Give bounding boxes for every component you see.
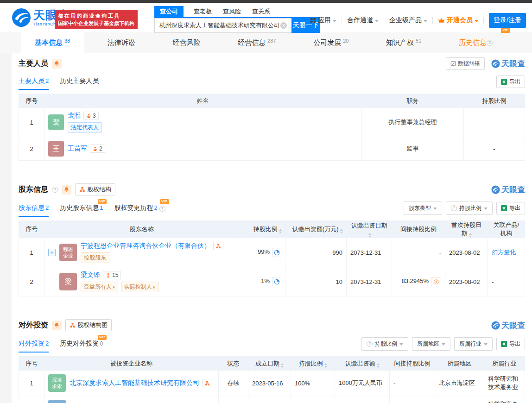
subtab-investments-current[interactable]: 对外投资2 (19, 340, 49, 353)
pie-chart-icon[interactable] (272, 277, 281, 286)
chevron-down-icon (333, 20, 336, 22)
tab-company-development[interactable]: 公司发展20 (299, 32, 362, 53)
search-tab-risk[interactable]: 查风险 (222, 6, 242, 17)
help-icon: ? (367, 341, 373, 347)
section-title-shareholders: 股东信息 (19, 185, 48, 195)
vip-badge: VIP (98, 199, 107, 204)
shareholder-link[interactable]: 梁文锋 (81, 271, 100, 279)
pie-chart-icon[interactable] (272, 248, 281, 257)
export-button[interactable]: 导出 (496, 338, 525, 350)
tab-legal-litigation[interactable]: 法律诉讼 (94, 32, 149, 53)
subtab-personnel-current[interactable]: 主要人员2 (19, 77, 49, 90)
export-button[interactable]: 导出 (496, 202, 525, 214)
search-tab-company[interactable]: 查公司 (154, 6, 184, 17)
subtab-count: 2 (154, 204, 157, 211)
search-module: 查公司 查老板 查风险 查关系 天眼一下 (154, 6, 320, 33)
equity-structure-button[interactable]: 股权结构 (75, 183, 115, 195)
beneficial-owner-tag[interactable]: 受益所有人 (81, 282, 118, 292)
col-region: 所属地区 (435, 357, 484, 371)
relations-count-badge[interactable]: 3 (83, 112, 99, 120)
sort-icon[interactable] (324, 363, 327, 368)
related-product-link[interactable]: 幻方量化 (492, 249, 516, 256)
help-icon[interactable]: ? (487, 40, 493, 46)
tab-history-info[interactable]: VIP 历史信息 ? (445, 32, 507, 53)
row-index: 2 (19, 137, 44, 161)
sort-icon[interactable] (368, 233, 371, 238)
data-correction-button[interactable]: 数据纠错 (446, 57, 485, 70)
nav-partner-label: 合作通道 (347, 16, 373, 25)
ratio-filter[interactable]: ?持股比例 (446, 202, 493, 215)
col-date[interactable]: 成立日期 (248, 357, 291, 371)
row-ratio: 1% (239, 267, 285, 296)
person-link[interactable]: 裴湉 (68, 112, 81, 120)
divider (432, 17, 433, 24)
row-ratio: 0.1% (291, 396, 335, 403)
search-input[interactable] (154, 18, 291, 33)
controlling-shareholder-tag[interactable]: 控股股东 (81, 252, 109, 263)
col-first-date[interactable]: 首次持股日期 (445, 221, 488, 238)
tab-intellectual-property[interactable]: 知识产权51 (372, 32, 435, 53)
equity-structure-icon-button[interactable] (213, 242, 223, 250)
help-icon[interactable]: ? (52, 187, 58, 193)
subtab-shareholders-history[interactable]: VIP历史股东信息1 (60, 204, 103, 217)
login-register-button[interactable]: 登录/注册 (489, 13, 526, 28)
col-ratio[interactable]: 持股比例 (239, 221, 285, 238)
actual-controller-tag[interactable]: 实际控制人 (121, 282, 158, 292)
export-button[interactable]: 导出 (496, 76, 525, 88)
relations-count-badge[interactable]: 15 (103, 271, 121, 279)
divider (483, 17, 484, 24)
tianyancha-swoosh-icon (491, 59, 500, 68)
expand-button[interactable]: + (48, 249, 56, 256)
legal-rep-tag[interactable]: 法定代表人 (68, 122, 102, 133)
col-amount[interactable]: 认缴出资额 (335, 357, 390, 371)
company-link[interactable]: 北京深度求索人工智能基础技术研究有限公司 (70, 379, 199, 387)
subtab-equity-change-history[interactable]: VIP股权变更历程2 ? (114, 204, 165, 217)
nav-enterprise-products[interactable]: 企业级产品 (389, 16, 427, 25)
sort-icon[interactable] (469, 233, 472, 238)
tianyancha-swoosh-icon (491, 185, 500, 194)
person-link[interactable]: 王苗军 (68, 145, 87, 153)
tab-count: 38 (64, 38, 70, 44)
tab-operation-risk[interactable]: 经营风险 (159, 32, 215, 53)
equity-structure-icon-button[interactable] (202, 379, 212, 387)
shareholder-link[interactable]: 宁波程恩企业管理咨询合伙企业（有限合伙） (81, 242, 210, 250)
region-filter[interactable]: 所属地区 (412, 337, 450, 351)
bell-subscribe-icon[interactable] (52, 59, 62, 69)
col-amount[interactable]: 认缴出资额(万元) (285, 221, 347, 238)
sort-icon[interactable] (279, 229, 282, 233)
help-icon[interactable]: ? (159, 206, 165, 212)
nav-apps[interactable]: 应用 (310, 16, 336, 25)
ratio-filter[interactable]: ?持股比例 (361, 337, 408, 351)
subtab-shareholders-current[interactable]: 股东信息2 (19, 204, 49, 217)
equity-structure-label: 股权结构 (87, 185, 111, 194)
clear-search-icon[interactable] (280, 22, 287, 29)
tianyancha-swoosh-icon (12, 8, 31, 27)
col-date[interactable]: 认缴出资日期 (347, 221, 392, 238)
equity-structure-chart-button[interactable]: 股权结构图 (65, 319, 112, 331)
subtab-personnel-history[interactable]: 历史主要人员 (60, 77, 99, 90)
excel-icon (501, 79, 507, 85)
tab-basic-info[interactable]: 基本信息38 (21, 32, 84, 53)
nav-partner-channel[interactable]: 合作通道 (347, 16, 379, 25)
row-ratio: - (464, 108, 525, 137)
tab-business-info[interactable]: 经营信息287 (224, 32, 290, 53)
col-product: 关联产品/机构 (488, 221, 525, 238)
bell-subscribe-icon[interactable] (62, 185, 71, 195)
row-index: 1 (19, 371, 44, 396)
relations-count-badge[interactable]: 2 (90, 145, 105, 153)
shareholder-type-filter[interactable]: 股东类型 (404, 202, 442, 215)
col-name: 股东名称 (44, 221, 239, 238)
sort-icon[interactable] (281, 363, 284, 368)
nav-open-vip[interactable]: 开通会员 (438, 16, 478, 25)
subtab-investments-history[interactable]: VIP历史对外投资0 (60, 340, 103, 353)
search-tab-boss[interactable]: 查老板 (193, 6, 213, 17)
equity-path-icon[interactable] (431, 277, 441, 286)
search-tab-relation[interactable]: 查关系 (251, 6, 271, 17)
col-ratio[interactable]: 持股比例 (291, 357, 335, 371)
industry-filter[interactable]: 所属行业 (454, 337, 493, 351)
sort-icon[interactable] (340, 229, 343, 233)
subtab-count: 2 (45, 204, 49, 211)
row-first-date: 2023-08-02 (445, 238, 488, 267)
sort-icon[interactable] (377, 363, 380, 368)
bell-subscribe-icon[interactable] (52, 321, 62, 330)
